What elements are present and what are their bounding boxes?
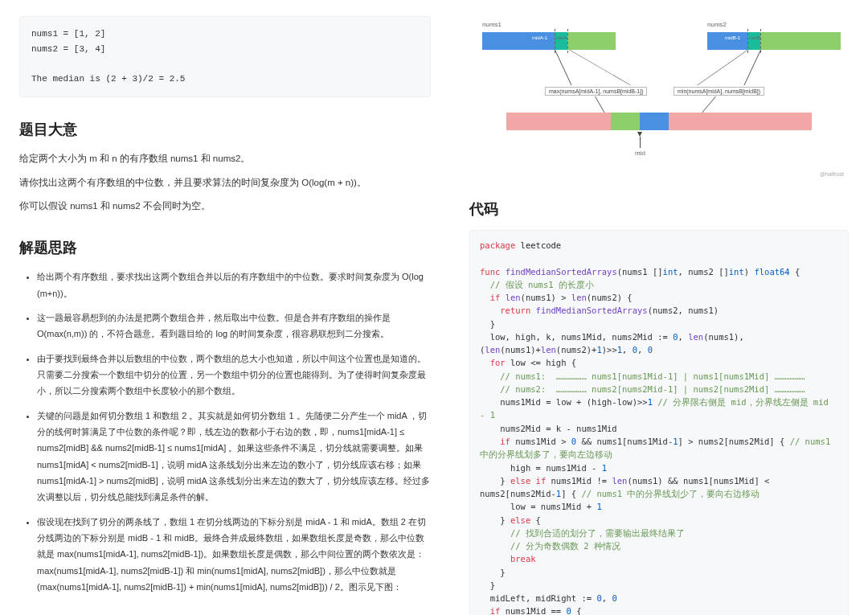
summary-p2: 请你找出这两个有序数组的中位数，并且要求算法的时间复杂度为 O(log(m + … — [19, 174, 431, 192]
summary-p3: 你可以假设 nums1 和 nums2 不会同时为空。 — [19, 198, 431, 215]
label-mid: mid — [635, 150, 645, 157]
heading-summary: 题目大意 — [19, 120, 431, 139]
tag-min-right: min(numsA[midA], numsB[midB]) — [674, 87, 764, 96]
list-item: 给出两个有序数组，要求找出这两个数组合并以后的有序数组中的中位数。要求时间复杂度… — [37, 269, 431, 301]
conn-line — [595, 96, 605, 113]
bar-nums1-right — [567, 32, 616, 50]
label-midA: midA — [556, 35, 567, 40]
partition-diagram: nums1 nums2 midA-1 midA midB-1 midB max(… — [474, 16, 844, 177]
conn-line — [702, 96, 716, 113]
conn-line — [743, 50, 761, 85]
go-code-block: package leetcode func findMedianSortedAr… — [469, 230, 849, 615]
conn-line — [555, 50, 572, 85]
merged-left — [506, 113, 611, 130]
label-midB: midB — [749, 35, 760, 40]
arrowhead-mid — [637, 132, 642, 137]
diagram-label-nums1: nums1 — [482, 21, 502, 28]
merged-right — [669, 113, 812, 130]
heading-code: 代码 — [469, 199, 849, 219]
tag-max-left: max(numsA[midA-1], numsB[midB-1]) — [545, 87, 647, 96]
conn-line — [697, 50, 748, 85]
merged-mid-blue — [640, 113, 669, 130]
label-midB1: midB-1 — [725, 35, 740, 40]
list-item: 由于要找到最终合并以后数组的中位数，两个数组的总大小也知道，所以中间这个位置也是… — [37, 351, 431, 400]
example-code-block: nums1 = [1, 2] nums2 = [3, 4] The median… — [19, 16, 431, 97]
list-item: 假设现在找到了切分的两条线了，数组 1 在切分线两边的下标分别是 midA - … — [37, 514, 431, 596]
list-item: 这一题最容易想到的办法是把两个数组合并，然后取出中位数。但是合并有序数组的操作是… — [37, 310, 431, 342]
arrow-mid — [640, 137, 641, 148]
list-item: 关键的问题是如何切分数组 1 和数组 2 。其实就是如何切分数组 1 。先随便二… — [37, 408, 431, 506]
label-midA1: midA-1 — [532, 35, 547, 40]
summary-p1: 给定两个大小为 m 和 n 的有序数组 nums1 和 nums2。 — [19, 150, 431, 168]
merged-mid-green — [611, 113, 640, 130]
idea-list: 给出两个有序数组，要求找出这两个数组合并以后的有序数组中的中位数。要求时间复杂度… — [19, 269, 431, 595]
heading-idea: 解题思路 — [19, 238, 431, 257]
conn-line — [569, 50, 631, 85]
bar-nums2-right — [760, 32, 841, 50]
diagram-label-nums2: nums2 — [707, 21, 727, 28]
diagram-credit: @halfrost — [820, 171, 844, 177]
